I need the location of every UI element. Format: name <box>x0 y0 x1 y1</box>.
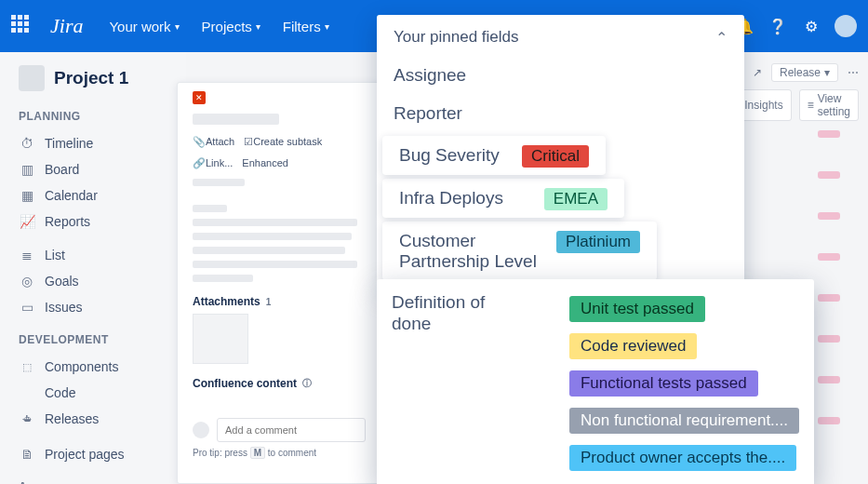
help-icon[interactable]: ❔ <box>768 16 788 36</box>
nav-icon: ⏱ <box>19 136 35 151</box>
nav-projects[interactable]: Projects▾ <box>202 19 260 34</box>
sidebar-item-board[interactable]: ▥Board <box>19 156 177 182</box>
field-definition-of-done[interactable]: Definition of done <box>392 292 522 335</box>
create-subtask-button[interactable]: ☑Create subtask <box>244 136 322 148</box>
board-toolbar: 🔒 ↗ Release ▾ ⋯ ◴ Insights ≡ View settin… <box>747 56 868 121</box>
attachments-heading: Attachments 1 <box>193 295 366 308</box>
panel-title: Your pinned fields <box>394 28 519 47</box>
section-development: DEVELOPMENT <box>19 333 177 346</box>
nav-icon: ▦ <box>19 188 35 203</box>
definition-of-done-card: Definition of done Unit test passedCode … <box>377 279 814 484</box>
field-customer-partnership[interactable]: Customer Partnership Level <box>399 231 548 274</box>
tag-emea: EMEA <box>544 188 608 210</box>
nav-icon: ◎ <box>19 274 35 289</box>
chevron-down-icon: ▾ <box>175 21 180 32</box>
avatar <box>193 422 209 438</box>
nav-your-work[interactable]: Your work▾ <box>109 19 179 34</box>
project-avatar <box>19 65 45 91</box>
release-button[interactable]: Release ▾ <box>771 63 838 82</box>
sidebar-item-components[interactable]: ⬚Components <box>19 354 177 380</box>
sidebar-item-issues[interactable]: ▭Issues <box>19 294 177 320</box>
protip-text: Pro tip: press M to comment <box>193 448 366 458</box>
nav-icon: ▭ <box>19 300 35 315</box>
sidebar-item-timeline[interactable]: ⏱Timeline <box>19 130 177 156</box>
view-settings-button[interactable]: ≡ View setting <box>799 89 859 121</box>
sidebar: Project 1 PLANNING ⏱Timeline▥Board▦Calen… <box>0 52 186 484</box>
field-reporter[interactable]: Reporter <box>394 103 728 125</box>
dod-tag: Product owner accepts the.... <box>569 445 796 471</box>
nav-icon: ▥ <box>19 162 35 177</box>
pinned-fields-panel: Your pinned fields ⌃ Assignee Reporter B… <box>377 15 744 289</box>
nav-icon: ⬚ <box>19 361 35 373</box>
link-button[interactable]: 🔗Link... <box>193 157 233 169</box>
confluence-heading: Confluence content ⓘ <box>193 377 366 390</box>
sidebar-item-reports[interactable]: 📈Reports <box>19 208 177 235</box>
sidebar-item-list[interactable]: ≣List <box>19 242 177 268</box>
jira-logo[interactable]: Jira <box>50 14 83 38</box>
chevron-down-icon: ▾ <box>325 21 329 32</box>
attachment-thumb[interactable] <box>193 314 248 364</box>
dod-tag: Unit test passed <box>569 296 705 322</box>
collapse-icon[interactable]: ⌃ <box>715 29 728 47</box>
enhanced-button[interactable]: Enhanced <box>242 157 288 169</box>
dod-tag: Code reviewed <box>569 333 697 359</box>
nav-icon: 📈 <box>19 214 35 229</box>
share-icon[interactable]: ↗ <box>753 66 762 79</box>
tag-critical: Critical <box>522 145 589 168</box>
page-icon: 🗎 <box>19 447 35 462</box>
more-icon[interactable]: ⋯ <box>848 66 859 79</box>
close-icon[interactable]: ✕ <box>193 91 206 104</box>
section-planning: PLANNING <box>19 110 177 123</box>
nav-icon: ≣ <box>19 248 35 262</box>
nav-filters[interactable]: Filters▾ <box>283 19 329 34</box>
field-bug-severity[interactable]: Bug Severity <box>399 145 500 167</box>
project-title: Project 1 <box>54 68 128 88</box>
nav-icon: ⛴ <box>19 413 35 424</box>
sidebar-item-calendar[interactable]: ▦Calendar <box>19 182 177 208</box>
sidebar-item-code[interactable]: Code <box>19 380 177 406</box>
comment-input[interactable] <box>217 418 366 442</box>
section-apps: Apps <box>19 480 177 484</box>
issue-modal: ✕ 📎Attach ☑Create subtask 🔗Link... Enhan… <box>177 82 381 484</box>
avatar[interactable] <box>835 15 857 37</box>
field-infra-deploys[interactable]: Infra Deploys <box>399 188 503 209</box>
sidebar-item-releases[interactable]: ⛴Releases <box>19 406 177 432</box>
sidebar-item-project-pages[interactable]: 🗎 Project pages <box>19 441 177 467</box>
attach-button[interactable]: 📎Attach <box>193 136 234 148</box>
dod-tag: Functional tests passed <box>569 370 758 397</box>
tag-platinium: Platinium <box>556 231 640 253</box>
dod-tag: Non functional requirement.... <box>569 408 799 434</box>
gear-icon[interactable]: ⚙ <box>801 16 821 36</box>
field-assignee[interactable]: Assignee <box>394 65 728 87</box>
sidebar-item-goals[interactable]: ◎Goals <box>19 268 177 294</box>
app-switcher-icon[interactable] <box>11 15 33 37</box>
chevron-down-icon: ▾ <box>256 21 260 32</box>
